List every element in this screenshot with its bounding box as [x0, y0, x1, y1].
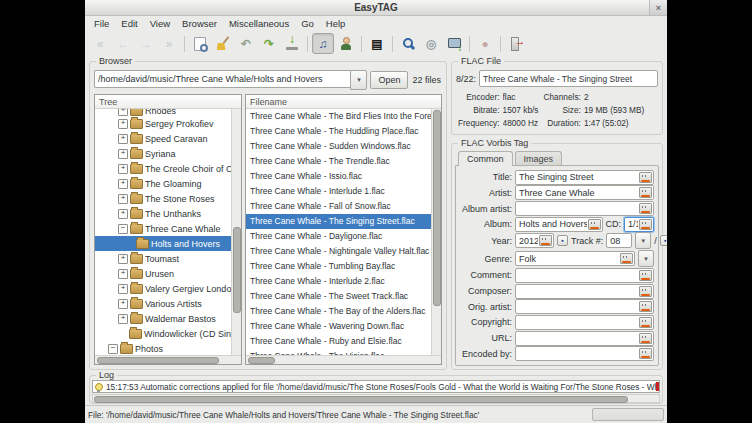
tree-item[interactable]: +The Creole Choir of Cuba [95, 161, 231, 176]
tree-expander-icon[interactable]: − [118, 224, 128, 234]
scrollbar-thumb[interactable] [433, 110, 441, 306]
track-number-generator-button[interactable]: ▪ [557, 235, 568, 246]
tag-all-files-album-artist-icon[interactable] [639, 203, 652, 214]
tree-item[interactable]: +Sergey Prokofiev [95, 116, 231, 131]
composer-field[interactable] [515, 284, 654, 299]
tree-expander-icon[interactable]: + [118, 164, 128, 174]
path-input[interactable] [94, 70, 350, 88]
tree-item[interactable]: −Three Cane Whale [95, 221, 231, 236]
file-list-item[interactable]: Three Cane Whale - Interlude 2.flac [246, 274, 431, 289]
cddb-disc-button[interactable]: ◎ [420, 33, 442, 54]
artist-album-view-button[interactable] [335, 33, 357, 54]
redo-button[interactable]: ↷ [258, 33, 280, 54]
log-horizontal-scrollbar[interactable] [92, 394, 660, 403]
file-list-item[interactable]: Three Cane Whale - Ruby and Elsie.flac [246, 334, 431, 349]
menu-help[interactable]: Help [320, 17, 352, 30]
menu-browser[interactable]: Browser [176, 17, 223, 30]
menu-edit[interactable]: Edit [115, 17, 143, 30]
copyright-field[interactable] [515, 315, 654, 330]
quit-button[interactable] [505, 33, 527, 54]
tree-column-header[interactable]: Tree [95, 95, 241, 109]
tag-all-files-url-icon[interactable] [639, 333, 652, 344]
open-button[interactable]: Open [370, 71, 408, 89]
tag-all-files-year-icon[interactable] [539, 235, 552, 246]
search-button[interactable] [397, 33, 419, 54]
file-list-item[interactable]: Three Cane Whale - The Huddling Place.fl… [246, 124, 431, 139]
genre-dropdown-button[interactable]: ▾ [638, 250, 654, 267]
comment-field[interactable] [515, 268, 654, 283]
file-list-item[interactable]: Three Cane Whale - Tumbling Bay.flac [246, 259, 431, 274]
tag-all-files-title-icon[interactable] [639, 172, 652, 183]
tree-item[interactable]: Windowlicker (CD Single) [95, 326, 231, 341]
tab-images[interactable]: Images [515, 151, 563, 165]
tree-expander-icon[interactable]: + [118, 284, 128, 294]
stop-button[interactable]: ● [474, 33, 496, 54]
tree-expander-icon[interactable]: + [118, 299, 128, 309]
tag-all-files-genre-icon[interactable] [620, 253, 633, 264]
filename-column-header[interactable]: Filename [246, 95, 441, 109]
file-list-item[interactable]: Three Cane Whale - Interlude 1.flac [246, 184, 431, 199]
tree-expander-icon[interactable]: + [118, 269, 128, 279]
tag-all-files-encoded-by-icon[interactable] [639, 348, 652, 359]
tree-expander-icon[interactable]: + [118, 314, 128, 324]
file-list-item[interactable]: Three Cane Whale - The Singing Street.fl… [246, 214, 431, 229]
tag-all-files-cd-icon[interactable] [639, 219, 652, 230]
tab-common[interactable]: Common [458, 151, 513, 166]
year-field[interactable]: 2012 [515, 233, 554, 248]
tree-expander-icon[interactable]: + [118, 109, 128, 116]
tag-all-files-copyright-icon[interactable] [639, 317, 652, 328]
file-list-item[interactable]: Three Cane Whale - Wavering Down.flac [246, 319, 431, 334]
tree-expander-icon[interactable]: + [118, 149, 128, 159]
menu-file[interactable]: File [88, 17, 115, 30]
menu-view[interactable]: View [144, 17, 176, 30]
orig-artist-field[interactable] [515, 299, 654, 314]
tree-item[interactable]: +Various Artists [95, 296, 231, 311]
tree-expander-icon[interactable]: − [108, 344, 118, 354]
go-previous-button[interactable]: ← [112, 33, 134, 54]
title-field[interactable]: The Singing Street [515, 170, 654, 185]
remove-tags-button[interactable] [212, 33, 234, 54]
tree-item[interactable]: −Photos [95, 341, 231, 355]
track-total-generator-button[interactable]: ▪ [660, 235, 667, 246]
tree-item[interactable]: +Syriana [95, 146, 231, 161]
tree-item[interactable]: +Speed Caravan [95, 131, 231, 146]
file-list-item[interactable]: Three Cane Whale - Fall of Snow.flac [246, 199, 431, 214]
tree-item[interactable]: +The Gloaming [95, 176, 231, 191]
encoded-by-field[interactable] [515, 346, 654, 361]
tree-item[interactable]: +Urusen [95, 266, 231, 281]
tree-item[interactable]: +Toumast [95, 251, 231, 266]
tag-all-files-composer-icon[interactable] [639, 286, 652, 297]
album-artist-field[interactable] [515, 201, 654, 216]
file-vertical-scrollbar[interactable] [431, 109, 441, 355]
scrollbar-thumb[interactable] [97, 357, 219, 364]
track-field[interactable]: 08 [606, 233, 632, 248]
tree-expander-icon[interactable]: + [118, 179, 128, 189]
scrollbar-thumb[interactable] [248, 357, 275, 364]
path-dropdown-button[interactable]: ▾ [350, 70, 367, 90]
tree-item[interactable]: +The Unthanks [95, 206, 231, 221]
tag-all-files-album-icon[interactable] [588, 219, 601, 230]
filename-input[interactable] [479, 70, 658, 87]
undo-button[interactable]: ↶ [235, 33, 257, 54]
tag-all-files-orig-artist-icon[interactable] [639, 301, 652, 312]
cddb-search-button[interactable] [443, 33, 465, 54]
scan-files-button[interactable] [189, 33, 211, 54]
file-list-item[interactable]: Three Cane Whale - Sudden Windows.flac [246, 139, 431, 154]
file-list-item[interactable]: Three Cane Whale - The Bird Flies Into t… [246, 109, 431, 124]
tag-all-files-artist-icon[interactable] [639, 187, 652, 198]
url-field[interactable] [515, 331, 654, 346]
file-list-item[interactable]: Three Cane Whale - The Bay of the Alders… [246, 304, 431, 319]
file-list-item[interactable]: Three Cane Whale - Nightingale Valley Ha… [246, 244, 431, 259]
artist-field[interactable]: Three Cane Whale [515, 185, 654, 200]
tree-item[interactable]: +Rhodes [95, 109, 231, 116]
tree-expander-icon[interactable]: + [118, 134, 128, 144]
file-list-item[interactable]: Three Cane Whale - The Trendle.flac [246, 154, 431, 169]
menu-go[interactable]: Go [295, 17, 320, 30]
tree-item[interactable]: +Waldemar Bastos [95, 311, 231, 326]
tree-expander-icon[interactable]: + [118, 209, 128, 219]
tree-vertical-scrollbar[interactable] [231, 109, 241, 355]
titlebar[interactable]: EasyTAG × [85, 0, 667, 16]
file-list-item[interactable]: Three Cane Whale - The Sweet Track.flac [246, 289, 431, 304]
tree-expander-icon[interactable]: + [118, 254, 128, 264]
file-horizontal-scrollbar[interactable] [246, 355, 441, 364]
